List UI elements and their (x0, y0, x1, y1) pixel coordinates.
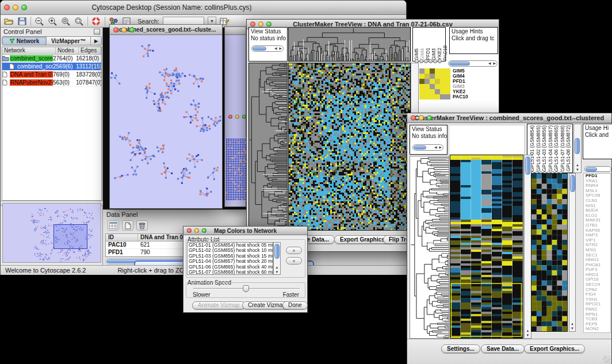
resize-grip[interactable] (603, 356, 610, 363)
network-table-row[interactable]: RNAPuberNov2+563(0)107847(0) (2, 79, 101, 87)
save-icon[interactable] (17, 17, 27, 26)
zoom-button[interactable] (129, 27, 135, 32)
attribute-item[interactable]: GPL51-07 (GSM868) heat shock 60 min (189, 270, 273, 275)
zoom-heatmap-matrix[interactable] (419, 68, 450, 99)
scrollbar-thumb[interactable] (586, 167, 597, 171)
tab-overflow-arrow[interactable]: ▶ (91, 37, 101, 45)
view-status-scrollbar[interactable]: ◀ ▶ (251, 45, 284, 52)
scroll-down-arrow[interactable]: ▼ (274, 270, 280, 274)
scroll-up-arrow[interactable]: ▲ (274, 266, 280, 270)
new-attribute-icon[interactable] (122, 220, 133, 231)
scroll-down-arrow[interactable]: ▼ (569, 327, 575, 331)
col-header-edges[interactable]: Edges (79, 47, 101, 54)
global-heatmap[interactable] (450, 155, 523, 339)
matrix-cell (445, 68, 450, 74)
minimize-button[interactable] (121, 27, 127, 32)
title-bar[interactable]: ClusterMaker TreeView : combined_scores_… (407, 113, 611, 123)
minimize-button[interactable] (258, 22, 263, 27)
scrollbar-thumb[interactable] (570, 175, 575, 192)
network-table-rows: combined_scores2764(0)16218(0)combined_s… (2, 55, 101, 87)
scrollbar-thumb[interactable] (253, 47, 266, 51)
treeview-button[interactable]: Settings... (441, 344, 480, 353)
scroll-up-arrow[interactable]: ▲ (574, 163, 581, 167)
gene-label[interactable]: MON2 (586, 327, 610, 332)
network-birdseye-view[interactable] (2, 203, 101, 263)
zoom-button[interactable] (266, 22, 271, 27)
zoom-button[interactable] (427, 116, 432, 121)
treeview-button[interactable]: Save Data... (481, 344, 525, 353)
zoom-selected-icon[interactable] (61, 17, 71, 26)
view-status-scrollbar[interactable]: ◀ ▶ (412, 144, 443, 151)
col-header-nodes[interactable]: Nodes (56, 47, 79, 54)
title-bar[interactable]: Map Colors to Network (183, 227, 307, 235)
label-vscrollbar[interactable]: ▲ ▼ (573, 124, 582, 173)
close-button[interactable] (113, 27, 118, 32)
row-dendrogram[interactable] (248, 63, 288, 231)
title-bar[interactable]: combined_scores_good.txt--cluste... (110, 25, 222, 35)
scroll-arrows[interactable]: ◀ ▶ (488, 61, 496, 66)
close-button[interactable] (4, 5, 10, 10)
scroll-up-arrow[interactable]: ▲ (525, 329, 531, 333)
zoom-hscrollbar[interactable]: ◀ ▶ (448, 60, 498, 67)
network-table-row[interactable]: combined_sco2569(6)13112(15) (2, 63, 101, 71)
global-heatmap[interactable] (288, 63, 411, 231)
network-graph-view[interactable] (110, 35, 221, 208)
col-header-id[interactable]: ID (106, 234, 138, 241)
scroll-down-arrow[interactable]: ▼ (574, 168, 581, 172)
matrix-cell (435, 68, 440, 74)
help-lifering-icon[interactable] (91, 17, 101, 26)
close-button[interactable] (250, 22, 255, 27)
zoom-button[interactable] (202, 228, 206, 233)
tab-network[interactable]: Network (2, 37, 47, 45)
zoom-out-icon[interactable] (35, 17, 44, 26)
minimize-button[interactable] (235, 115, 239, 119)
close-button[interactable] (411, 116, 416, 121)
scroll-arrows[interactable]: ◀ ▶ (274, 46, 282, 51)
scrollbar-thumb[interactable] (575, 138, 580, 154)
scrollbar-thumb[interactable] (449, 62, 470, 66)
scrollbar-thumb[interactable] (525, 156, 530, 175)
column-dendrogram[interactable] (288, 27, 411, 62)
select-attributes-icon[interactable] (108, 220, 119, 231)
close-button[interactable] (228, 115, 232, 119)
delete-attribute-trash-icon[interactable] (136, 220, 148, 231)
tab-vizmapper[interactable]: VizMapper™ (47, 37, 91, 45)
minimize-button[interactable] (419, 116, 424, 121)
main-title-bar[interactable]: Cytoscape Desktop (Session Name: collins… (1, 1, 406, 15)
attribute-list[interactable]: GPL51-01 (GSM854) heat shock 05 minGPL51… (187, 242, 273, 275)
usage-hints-scrollbar[interactable] (584, 166, 611, 172)
dense-network-grid[interactable] (225, 137, 246, 201)
scrollbar-thumb[interactable] (274, 244, 280, 259)
zoom-button[interactable] (242, 115, 246, 119)
title-bar[interactable] (225, 27, 246, 35)
done-button[interactable]: Done (282, 301, 308, 309)
scrollbar-thumb[interactable] (414, 145, 426, 150)
zoom-heatmap[interactable] (531, 173, 568, 332)
close-button[interactable] (187, 228, 192, 233)
zoom-button[interactable] (21, 5, 27, 10)
treeview-tool-icons[interactable] (415, 55, 442, 66)
float-panel-icon[interactable] (94, 29, 100, 35)
speed-slider-thumb[interactable] (243, 285, 249, 292)
move-down-button[interactable]: ∨ (286, 257, 302, 265)
matrix-cell (424, 79, 430, 84)
scroll-arrows[interactable]: ◀ ▶ (434, 145, 442, 150)
scroll-down-arrow[interactable]: ▼ (525, 334, 531, 338)
minimize-button[interactable] (194, 228, 199, 233)
zoom-fit-icon[interactable] (74, 17, 84, 26)
treeview-button[interactable]: Export Graphics... (524, 344, 585, 353)
zoom-in-icon[interactable] (48, 17, 58, 26)
scroll-up-arrow[interactable]: ▲ (569, 322, 575, 326)
move-up-button[interactable]: ∧ (286, 247, 302, 254)
network-table-row[interactable]: combined_scores2764(0)16218(0) (2, 55, 101, 63)
minimize-button[interactable] (13, 5, 18, 10)
col-header-network[interactable]: Network (2, 47, 56, 54)
network-table-row[interactable]: DNA and Tran 07769(0)183728(0) (2, 71, 101, 79)
attribute-list-scrollbar[interactable]: ▲ ▼ (273, 242, 281, 275)
edge-count: 107847(0) (76, 79, 101, 86)
row-dendrogram[interactable] (410, 156, 449, 339)
animate-vizmap-button[interactable]: Animate Vizmap (192, 301, 246, 309)
window-controls[interactable] (4, 5, 27, 10)
zoom-vscrollbar[interactable]: ▲ ▼ (569, 173, 576, 332)
open-file-icon[interactable] (4, 17, 14, 26)
